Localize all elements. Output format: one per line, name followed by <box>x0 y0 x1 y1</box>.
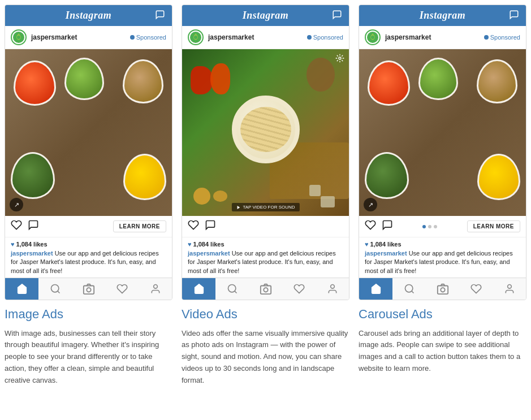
sponsored-dot-3 <box>484 35 489 40</box>
action-icons-2 <box>188 219 216 233</box>
nav-profile-3[interactable] <box>493 283 526 295</box>
ig-header-2: Instagram <box>182 5 349 26</box>
comment-icon-1[interactable] <box>28 219 39 233</box>
inbox-icon-1 <box>155 10 165 22</box>
post-image-3: ↗ <box>359 49 526 216</box>
post-content-1: ♥ 1,084 likes jaspersmarket Use our app … <box>5 237 172 278</box>
video-ads-title: Video Ads <box>182 307 349 322</box>
nav-search-2[interactable] <box>215 283 249 295</box>
nav-profile-1[interactable] <box>139 283 172 295</box>
likes-3: ♥ 1,084 likes <box>365 241 520 248</box>
post-user-1: jaspersmarket <box>11 29 77 45</box>
like-icon-1[interactable] <box>11 219 22 233</box>
svg-point-6 <box>153 285 157 289</box>
svg-point-22 <box>507 285 511 289</box>
username-2: jaspersmarket <box>208 33 254 41</box>
svg-rect-13 <box>260 286 270 295</box>
ig-logo-1: Instagram <box>66 10 112 21</box>
bowl-green-top-1 <box>64 58 104 100</box>
pasta-noodles <box>240 107 291 152</box>
like-icon-3[interactable] <box>365 219 376 233</box>
bowl-dark-green-3 <box>365 152 409 199</box>
image-ads-description: Image Ads With image ads, businesses can… <box>5 300 172 386</box>
post-actions-3: LEARN MORE <box>359 216 526 237</box>
sponsored-dot-2 <box>307 35 312 40</box>
sponsored-text-2: Sponsored <box>313 34 343 41</box>
likes-text-1: 1,084 likes <box>16 241 48 248</box>
svg-line-12 <box>234 291 236 293</box>
likes-text-3: 1,084 likes <box>370 241 402 248</box>
nav-heart-1[interactable] <box>105 283 139 295</box>
sponsored-text-1: Sponsored <box>136 34 166 41</box>
action-icons-1 <box>11 219 39 233</box>
svg-point-15 <box>330 285 334 289</box>
learn-more-button-1[interactable]: LEARN MORE <box>113 220 166 232</box>
sponsored-dot-1 <box>130 35 135 40</box>
phone-mockup-2: Instagram jas <box>182 5 349 300</box>
post-header-1: jaspersmarket Sponsored <box>5 26 172 49</box>
sponsored-text-3: Sponsored <box>490 34 520 41</box>
sponsored-badge-3: Sponsored <box>484 34 520 41</box>
comment-icon-2[interactable] <box>205 219 216 233</box>
nav-profile-2[interactable] <box>316 283 349 295</box>
carousel-ads-description: Carousel Ads Carousel ads bring an addit… <box>359 300 526 375</box>
video-badge: TAP VIDEO FOR SOUND <box>231 203 299 211</box>
camera-badge-2 <box>335 54 344 64</box>
nav-camera-3[interactable] <box>426 283 459 295</box>
post-header-3: jaspersmarket Sponsored <box>359 26 526 49</box>
image-ads-title: Image Ads <box>5 307 172 322</box>
carousel-dots <box>422 225 437 228</box>
likes-2: ♥ 1,084 likes <box>188 241 343 248</box>
pasta-visual <box>182 49 349 216</box>
learn-more-button-3[interactable]: LEARN MORE <box>467 220 520 232</box>
post-content-2: ♥ 1,084 likes jaspersmarket Use our app … <box>182 237 349 278</box>
svg-point-21 <box>441 288 444 292</box>
nav-search-3[interactable] <box>392 283 426 295</box>
ig-nav-2 <box>182 278 349 300</box>
image-ads-column: Instagram jas <box>5 5 172 387</box>
svg-point-14 <box>264 288 267 292</box>
svg-line-19 <box>411 291 413 293</box>
spices-visual-1 <box>5 49 172 216</box>
video-badge-text: TAP VIDEO FOR SOUND <box>243 205 295 210</box>
avatar-1 <box>11 29 27 45</box>
video-ads-text: Video ads offer the same visually immers… <box>182 328 349 387</box>
post-header-2: jaspersmarket Sponsored <box>182 26 349 49</box>
nav-home-1[interactable] <box>5 278 38 300</box>
inbox-icon-2 <box>332 10 342 22</box>
svg-point-11 <box>228 285 235 292</box>
avatar-3 <box>365 29 381 45</box>
nav-camera-2[interactable] <box>249 283 282 295</box>
svg-point-18 <box>405 285 412 292</box>
spices-visual-3 <box>359 49 526 216</box>
video-ads-description: Video Ads Video ads offer the same visua… <box>182 300 349 386</box>
svg-point-1 <box>17 36 20 39</box>
svg-point-8 <box>194 36 197 39</box>
carousel-ads-column: Instagram jas <box>359 5 526 387</box>
username-1: jaspersmarket <box>31 33 77 41</box>
nav-camera-1[interactable] <box>72 283 105 295</box>
post-user-3: jaspersmarket <box>365 29 431 45</box>
comment-icon-3[interactable] <box>382 219 393 233</box>
bowl-dark-green-1 <box>11 152 55 199</box>
like-icon-2[interactable] <box>188 219 199 233</box>
ig-logo-3: Instagram <box>420 10 466 21</box>
svg-point-2 <box>51 285 58 292</box>
svg-point-17 <box>371 36 374 39</box>
svg-marker-10 <box>237 206 240 209</box>
action-icons-3 <box>365 219 393 233</box>
svg-point-9 <box>339 57 341 59</box>
username-3: jaspersmarket <box>385 33 431 41</box>
nav-home-3[interactable] <box>359 278 392 300</box>
avatar-2 <box>188 29 204 45</box>
svg-point-5 <box>87 288 90 292</box>
bowl-yellow-3 <box>477 154 520 200</box>
nav-home-2[interactable] <box>182 278 215 300</box>
nav-heart-2[interactable] <box>282 283 316 295</box>
nav-heart-3[interactable] <box>459 283 493 295</box>
ig-logo-2: Instagram <box>243 10 289 21</box>
svg-line-3 <box>57 291 59 293</box>
post-content-3: ♥ 1,084 likes jaspersmarket Use our app … <box>359 237 526 278</box>
nav-search-1[interactable] <box>38 283 72 295</box>
post-actions-1: LEARN MORE <box>5 216 172 237</box>
